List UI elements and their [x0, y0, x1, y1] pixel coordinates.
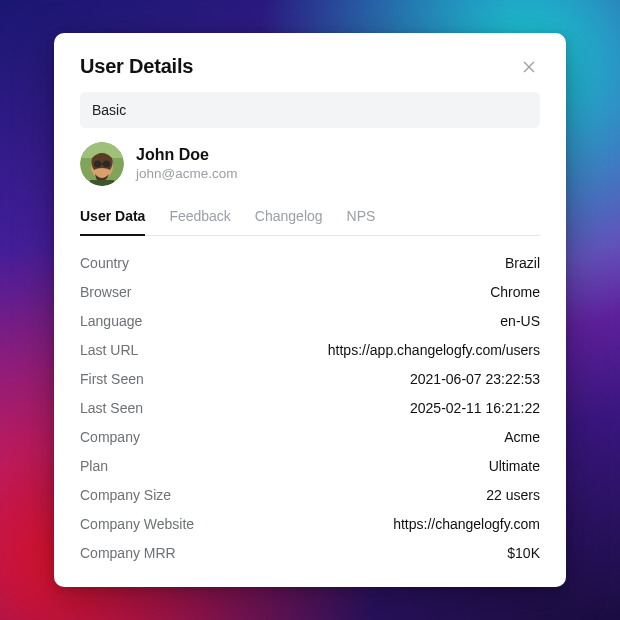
detail-value: 22 users [486, 487, 540, 503]
detail-key: Language [80, 313, 142, 329]
detail-value: 2025-02-11 16:21:22 [410, 400, 540, 416]
detail-key: Last Seen [80, 400, 143, 416]
svg-rect-8 [100, 163, 104, 164]
detail-value: Ultimate [489, 458, 540, 474]
detail-row: Company Size22 users [80, 480, 540, 509]
detail-key: Plan [80, 458, 108, 474]
detail-value: $10K [507, 545, 540, 561]
user-details-modal: User Details [54, 33, 566, 587]
tab-nps[interactable]: NPS [347, 202, 376, 236]
detail-value: 2021-06-07 23:22:53 [410, 371, 540, 387]
detail-key: Company MRR [80, 545, 176, 561]
detail-value: Chrome [490, 284, 540, 300]
detail-row: Last Seen2025-02-11 16:21:22 [80, 393, 540, 422]
detail-row: Last URLhttps://app.changelogfy.com/user… [80, 335, 540, 364]
detail-row: BrowserChrome [80, 277, 540, 306]
detail-key: Company Size [80, 487, 171, 503]
search-input[interactable] [92, 102, 528, 118]
svg-rect-9 [90, 180, 114, 186]
tab-changelog[interactable]: Changelog [255, 202, 323, 236]
tab-user-data[interactable]: User Data [80, 202, 145, 236]
avatar [80, 142, 124, 186]
detail-row: Languageen-US [80, 306, 540, 335]
detail-row: CompanyAcme [80, 422, 540, 451]
tabs: User Data Feedback Changelog NPS [80, 202, 540, 236]
detail-row: Company Websitehttps://changelogfy.com [80, 509, 540, 538]
user-email: john@acme.com [136, 165, 238, 183]
detail-row: First Seen2021-06-07 23:22:53 [80, 364, 540, 393]
user-info: John Doe john@acme.com [136, 145, 238, 183]
modal-title: User Details [80, 55, 193, 78]
detail-value: Brazil [505, 255, 540, 271]
detail-row: CountryBrazil [80, 248, 540, 277]
detail-key: Company [80, 429, 140, 445]
detail-value: https://app.changelogfy.com/users [328, 342, 540, 358]
detail-value: https://changelogfy.com [393, 516, 540, 532]
close-button[interactable] [518, 56, 540, 78]
detail-key: Country [80, 255, 129, 271]
detail-key: Browser [80, 284, 131, 300]
detail-value: en-US [500, 313, 540, 329]
detail-row: Company MRR$10K [80, 538, 540, 567]
detail-key: Last URL [80, 342, 138, 358]
close-icon [521, 59, 537, 75]
detail-value: Acme [504, 429, 540, 445]
detail-key: First Seen [80, 371, 144, 387]
search-field-wrapper[interactable] [80, 92, 540, 128]
tab-feedback[interactable]: Feedback [169, 202, 230, 236]
detail-row: PlanUltimate [80, 451, 540, 480]
detail-key: Company Website [80, 516, 194, 532]
user-summary: John Doe john@acme.com [80, 142, 540, 186]
details-list: CountryBrazil BrowserChrome Languageen-U… [80, 248, 540, 567]
user-name: John Doe [136, 145, 238, 165]
modal-header: User Details [80, 55, 540, 78]
